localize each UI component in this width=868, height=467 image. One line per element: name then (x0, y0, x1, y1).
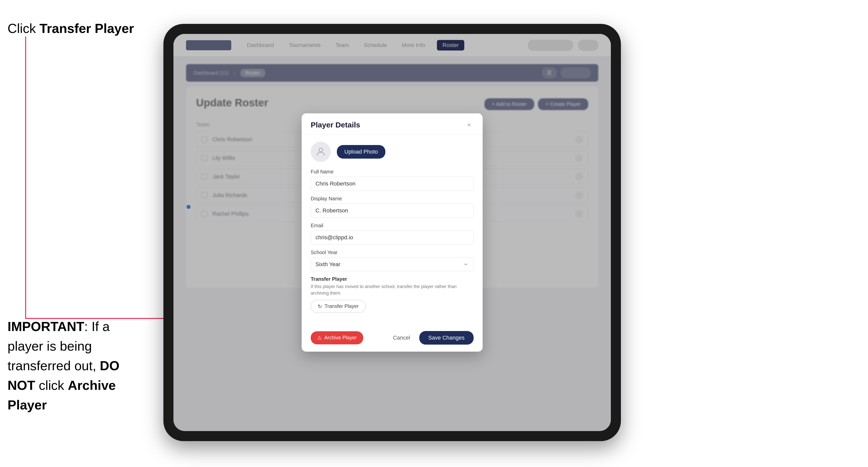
avatar-icon (315, 146, 326, 157)
full-name-input[interactable] (311, 177, 473, 191)
save-changes-button[interactable]: Save Changes (419, 331, 473, 345)
upload-photo-button[interactable]: Upload Photo (337, 145, 385, 159)
tablet-screen: Dashboard Tournaments Team Schedule More… (174, 34, 611, 431)
display-name-input[interactable] (311, 204, 473, 218)
modal-overlay: Player Details × Upload Photo (174, 34, 611, 431)
cancel-button[interactable]: Cancel (388, 331, 415, 345)
instruction-top-text: Click (7, 21, 39, 36)
full-name-group: Full Name (311, 169, 473, 191)
archive-label: Archive Player (324, 335, 357, 341)
email-input[interactable] (311, 230, 473, 245)
modal-close-button[interactable]: × (465, 120, 473, 129)
archive-icon: ⚠ (317, 335, 322, 341)
school-year-group: School Year First Year Second Year Third… (311, 250, 473, 271)
email-group: Email (311, 223, 473, 245)
transfer-section-title: Transfer Player (311, 276, 473, 282)
tablet-frame: Dashboard Tournaments Team Schedule More… (163, 24, 621, 441)
instruction-important: IMPORTANT (7, 319, 84, 334)
transfer-description: If this player has moved to another scho… (311, 283, 473, 296)
archive-player-button[interactable]: ⚠ Archive Player (311, 331, 363, 344)
display-name-label: Display Name (311, 196, 473, 201)
instruction-top: Click Transfer Player (7, 20, 134, 37)
avatar-circle (311, 142, 331, 162)
modal-header: Player Details × (302, 113, 483, 135)
school-year-label: School Year (311, 250, 473, 255)
instruction-click: click (35, 378, 68, 393)
transfer-player-button[interactable]: ↻ Transfer Player (311, 300, 366, 313)
transfer-btn-label: Transfer Player (324, 303, 359, 309)
email-label: Email (311, 223, 473, 228)
avatar-section: Upload Photo (311, 142, 473, 162)
display-name-group: Display Name (311, 196, 473, 218)
modal-title: Player Details (311, 121, 360, 129)
annotation-line-vertical (25, 36, 26, 318)
instruction-bottom: IMPORTANT: If a player is being transfer… (7, 317, 148, 415)
svg-point-0 (319, 148, 323, 152)
school-year-select[interactable]: First Year Second Year Third Year Fourth… (311, 257, 473, 271)
transfer-icon: ↻ (318, 303, 322, 309)
modal-footer: ⚠ Archive Player Cancel Save Changes (302, 326, 483, 352)
instruction-top-bold: Transfer Player (39, 21, 134, 36)
player-details-modal: Player Details × Upload Photo (302, 113, 483, 351)
full-name-label: Full Name (311, 169, 473, 175)
modal-body: Upload Photo Full Name Display Name (302, 135, 483, 326)
transfer-section: Transfer Player If this player has moved… (311, 276, 473, 313)
